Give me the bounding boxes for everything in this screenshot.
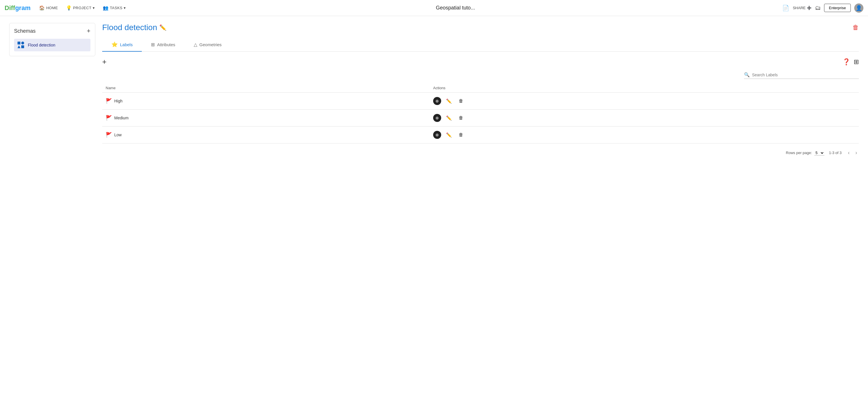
add-person-icon: ➕ (807, 6, 811, 10)
label-name-cell: 🚩 Low (102, 127, 430, 143)
edit-button-high[interactable]: ✏️ (445, 97, 453, 105)
rows-per-page-select[interactable]: 5 10 25 (814, 150, 825, 156)
label-name-medium: 🚩 Medium (105, 115, 426, 121)
main-layout: Schemas + Flood detection Flood detectio… (0, 16, 868, 416)
home-label: HOME (46, 6, 58, 10)
tasks-label: TASKS (110, 6, 123, 10)
enterprise-button[interactable]: Enterprise (824, 4, 851, 12)
tab-geometries-label: Geometries (199, 42, 222, 47)
table-row: 🚩 High ⊕ ✏️ 🗑 (102, 93, 859, 109)
delete-button-low[interactable]: 🗑 (457, 131, 465, 139)
search-input[interactable] (752, 72, 859, 77)
geometries-icon: △ (194, 42, 197, 47)
label-text-high: High (114, 99, 123, 103)
content-title: Flood detection (102, 23, 157, 32)
avatar-icon: 👤 (856, 5, 862, 11)
next-page-button[interactable]: › (854, 149, 859, 156)
share-button[interactable]: SHARE ➕ (793, 6, 811, 10)
sidebar-title: Schemas (14, 28, 36, 34)
delete-button-high[interactable]: 🗑 (457, 97, 465, 105)
content-area: Flood detection ✏️ 🗑 ⭐ Labels ⊞ Attribut… (102, 23, 859, 409)
rows-per-page-label: Rows per page: (786, 151, 812, 155)
delete-icon: 🗑 (852, 24, 859, 31)
page-nav: ‹ › (846, 149, 859, 156)
star-icon: ⭐ (112, 41, 118, 47)
content-title-wrapper: Flood detection ✏️ (102, 23, 166, 32)
table-row: 🚩 Medium ⊕ ✏️ 🗑 (102, 109, 859, 127)
home-icon: 🏠 (39, 5, 45, 11)
tasks-chevron-icon: ▾ (124, 6, 126, 10)
project-title: Geospatial tuto... (436, 5, 475, 11)
add-label-button[interactable]: + (102, 57, 106, 66)
label-table: Name Actions 🚩 High ⊕ (102, 84, 859, 143)
label-name-low: 🚩 Low (105, 132, 426, 138)
project-chevron-icon: ▾ (93, 6, 95, 10)
layout-icon[interactable]: 🗂 (815, 5, 820, 11)
logo-gram: gram (15, 4, 31, 11)
rows-per-page: Rows per page: 5 10 25 (786, 150, 825, 156)
toolbar: + ❓ ⊞ (102, 57, 859, 66)
file-icon[interactable]: 📄 (782, 5, 789, 11)
col-name: Name (102, 84, 430, 93)
sidebar-header: Schemas + (14, 28, 90, 34)
label-text-low: Low (114, 132, 122, 137)
table-body: 🚩 High ⊕ ✏️ 🗑 (102, 93, 859, 143)
action-icons-low: ⊕ ✏️ 🗑 (433, 131, 856, 139)
schema-item-label: Flood detection (28, 43, 55, 47)
tab-attributes[interactable]: ⊞ Attributes (142, 38, 184, 52)
attributes-icon: ⊞ (151, 42, 155, 47)
compass-button-medium[interactable]: ⊕ (433, 114, 441, 122)
tab-geometries[interactable]: △ Geometries (185, 38, 231, 52)
toolbar-right: ❓ ⊞ (842, 58, 859, 66)
grid-icon[interactable]: ⊞ (854, 58, 859, 66)
tab-labels-label: Labels (120, 42, 133, 47)
tasks-icon: 👥 (103, 5, 109, 11)
avatar[interactable]: 👤 (854, 3, 863, 12)
project-nav[interactable]: 💡 PROJECT ▾ (63, 3, 98, 13)
label-name-high: 🚩 High (105, 98, 426, 104)
pagination: Rows per page: 5 10 25 1-3 of 3 ‹ › (102, 149, 859, 156)
label-name-cell: 🚩 Medium (102, 109, 430, 127)
search-row: 🔍 (102, 71, 859, 79)
prev-page-button[interactable]: ‹ (846, 149, 851, 156)
table-header: Name Actions (102, 84, 859, 93)
tasks-nav[interactable]: 👥 TASKS ▾ (100, 3, 129, 13)
actions-cell-medium: ⊕ ✏️ 🗑 (430, 109, 859, 127)
edit-button-medium[interactable]: ✏️ (445, 114, 453, 122)
sidebar: Schemas + Flood detection (9, 23, 95, 56)
edit-button-low[interactable]: ✏️ (445, 131, 453, 139)
tab-attributes-label: Attributes (157, 42, 175, 47)
tab-labels[interactable]: ⭐ Labels (102, 38, 142, 52)
actions-cell-low: ⊕ ✏️ 🗑 (430, 127, 859, 143)
label-name-cell: 🚩 High (102, 93, 430, 109)
navbar: Diffgram 🏠 HOME 💡 PROJECT ▾ 👥 TASKS ▾ Ge… (0, 0, 868, 16)
add-schema-button[interactable]: + (87, 28, 90, 34)
flag-icon-low: 🚩 (105, 132, 112, 138)
action-icons-medium: ⊕ ✏️ 🗑 (433, 114, 856, 122)
edit-title-icon[interactable]: ✏️ (159, 24, 166, 31)
help-icon[interactable]: ❓ (842, 58, 850, 66)
search-box: 🔍 (744, 71, 859, 79)
flag-icon-high: 🚩 (105, 98, 112, 104)
table-row: 🚩 Low ⊕ ✏️ 🗑 (102, 127, 859, 143)
sidebar-item-flood-detection[interactable]: Flood detection (14, 39, 90, 51)
project-label: PROJECT (73, 6, 91, 10)
logo[interactable]: Diffgram (5, 4, 30, 12)
compass-button-low[interactable]: ⊕ (433, 131, 441, 139)
label-text-medium: Medium (114, 116, 129, 120)
col-actions: Actions (430, 84, 859, 93)
search-icon: 🔍 (744, 72, 750, 77)
page-range: 1-3 of 3 (829, 151, 842, 155)
delete-schema-button[interactable]: 🗑 (852, 24, 859, 31)
content-header: Flood detection ✏️ 🗑 (102, 23, 859, 32)
compass-button-high[interactable]: ⊕ (433, 97, 441, 105)
share-label: SHARE (793, 6, 806, 10)
nav-center: Geospatial tuto... (131, 5, 780, 11)
nav-right: 📄 SHARE ➕ 🗂 Enterprise 👤 (782, 3, 863, 12)
delete-button-medium[interactable]: 🗑 (457, 114, 465, 122)
home-nav[interactable]: 🏠 HOME (36, 3, 61, 13)
flag-icon-medium: 🚩 (105, 115, 112, 121)
logo-diff: Diff (5, 4, 15, 11)
action-icons-high: ⊕ ✏️ 🗑 (433, 97, 856, 105)
project-icon: 💡 (66, 5, 72, 11)
